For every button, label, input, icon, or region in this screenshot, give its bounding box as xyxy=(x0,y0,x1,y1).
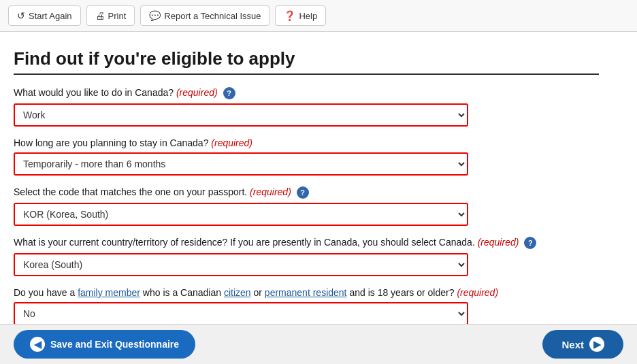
question-1-label: What would you like to do in Canada? (re… xyxy=(14,87,599,99)
q3-help-icon[interactable]: ? xyxy=(297,186,309,199)
help-icon: ❓ xyxy=(284,10,295,21)
print-button[interactable]: 🖨 Print xyxy=(86,5,135,26)
citizen-link[interactable]: citizen xyxy=(224,287,251,298)
next-icon: ▶ xyxy=(589,337,604,352)
question-4-group: What is your current country/territory o… xyxy=(14,237,599,276)
q5-required: (required) xyxy=(457,287,498,298)
q3-required: (required) xyxy=(250,186,291,197)
family-member-link[interactable]: family member xyxy=(78,287,140,298)
title-divider xyxy=(14,73,599,75)
page-title: Find out if you're eligible to apply xyxy=(14,48,599,69)
main-content: Find out if you're eligible to apply Wha… xyxy=(0,32,612,364)
question-3-label: Select the code that matches the one on … xyxy=(14,186,599,199)
report-icon: 💬 xyxy=(149,10,161,21)
permanent-resident-link[interactable]: permanent resident xyxy=(265,287,347,298)
save-exit-button[interactable]: ◀ Save and Exit Questionnaire xyxy=(14,330,195,359)
question-5-group: Do you have a family member who is a Can… xyxy=(14,287,599,325)
q2-required: (required) xyxy=(211,137,252,148)
question-4-select[interactable]: Korea (South) Canada United States xyxy=(14,253,468,276)
q1-help-icon[interactable]: ? xyxy=(223,87,235,99)
question-5-label: Do you have a family member who is a Can… xyxy=(14,287,599,298)
start-again-label: Start Again xyxy=(29,11,72,21)
question-3-group: Select the code that matches the one on … xyxy=(14,186,599,226)
question-4-label: What is your current country/territory o… xyxy=(14,237,599,249)
q1-required: (required) xyxy=(176,87,218,98)
q4-required: (required) xyxy=(478,237,519,248)
toolbar: ↺ Start Again 🖨 Print 💬 Report a Technic… xyxy=(0,0,637,32)
print-label: Print xyxy=(108,11,127,21)
question-1-select[interactable]: Work Study Visit xyxy=(14,103,468,127)
question-5-select[interactable]: No Yes xyxy=(14,302,468,325)
help-label: Help xyxy=(299,11,317,21)
report-label: Report a Technical Issue xyxy=(164,11,261,21)
bottom-bar: ◀ Save and Exit Questionnaire Next ▶ xyxy=(0,324,637,364)
next-button[interactable]: Next ▶ xyxy=(542,330,623,359)
report-button[interactable]: 💬 Report a Technical Issue xyxy=(140,5,270,26)
next-label: Next xyxy=(561,339,584,350)
question-3-select[interactable]: KOR (Korea, South) USA (United States) C… xyxy=(14,203,468,226)
save-label: Save and Exit Questionnaire xyxy=(50,339,179,350)
question-1-group: What would you like to do in Canada? (re… xyxy=(14,87,599,127)
question-2-select[interactable]: Temporarily - more than 6 months Tempora… xyxy=(14,152,468,176)
print-icon: 🖨 xyxy=(95,10,105,21)
refresh-icon: ↺ xyxy=(17,10,25,21)
q4-help-icon[interactable]: ? xyxy=(524,237,536,249)
help-button[interactable]: ❓ Help xyxy=(275,5,326,26)
save-icon: ◀ xyxy=(30,337,45,352)
question-2-group: How long are you planning to stay in Can… xyxy=(14,137,599,176)
question-2-label: How long are you planning to stay in Can… xyxy=(14,137,599,148)
start-again-button[interactable]: ↺ Start Again xyxy=(8,5,81,26)
